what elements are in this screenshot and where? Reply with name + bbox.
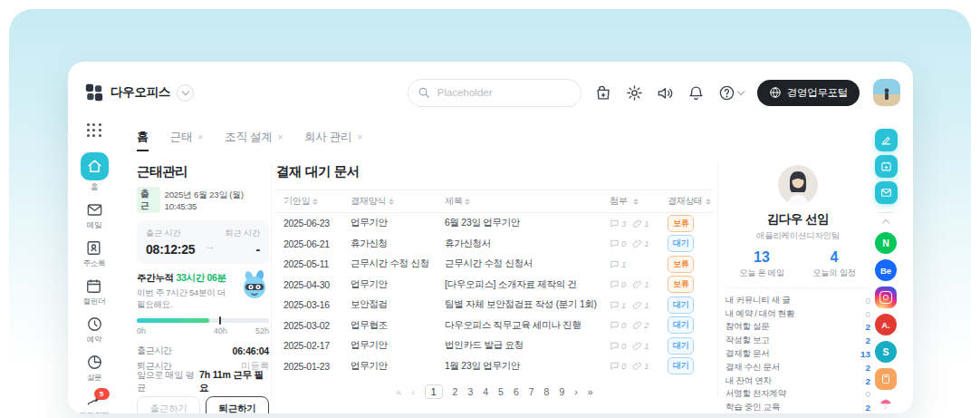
page-number[interactable]: 2 — [453, 386, 458, 397]
management-portal-button[interactable]: 경영업무포털 — [757, 80, 860, 106]
close-icon[interactable]: × — [197, 131, 203, 142]
settings-gear-icon[interactable] — [626, 84, 643, 102]
attachment-count: 1 — [632, 219, 649, 228]
sidebar-item-booking[interactable]: 예약 — [86, 316, 103, 345]
tab-attendance[interactable]: 근태× — [170, 130, 204, 145]
close-icon[interactable]: × — [277, 131, 283, 142]
app-a-icon[interactable]: A. — [875, 314, 897, 335]
col-form[interactable]: 결재양식 — [351, 195, 445, 208]
list-item[interactable]: 작성할 보고2 — [725, 334, 870, 347]
page-number[interactable]: 7 — [529, 386, 534, 397]
profile-name: 김다우 선임 — [725, 211, 870, 228]
list-item[interactable]: 서명할 전자계약0 — [725, 388, 870, 402]
announcement-speaker-icon[interactable] — [657, 84, 674, 102]
help-icon — [718, 84, 735, 102]
sort-icon — [312, 199, 318, 205]
close-icon[interactable]: × — [357, 131, 362, 142]
attendance-row: 출근시간06:46:04 — [137, 343, 269, 358]
mail-add-icon — [880, 187, 892, 199]
status-badge: 대기 — [668, 296, 694, 314]
notifications-bell-icon[interactable] — [687, 84, 705, 102]
page-last-button[interactable]: » — [588, 386, 593, 397]
status-badge: 대기 — [668, 357, 694, 374]
col-date[interactable]: 기안일 — [276, 195, 351, 208]
behance-app-icon[interactable]: Be — [875, 259, 897, 281]
col-attach[interactable]: 첨부 — [610, 195, 668, 208]
comment-count: 0 — [610, 361, 626, 371]
approval-row[interactable]: 2025-02-17 업무기안 법인카드 발급 요청 0 1 대기 — [276, 335, 713, 356]
umbrella-app-icon[interactable]: ☂ — [875, 394, 897, 413]
clock-in-button[interactable]: 출근하기 — [137, 396, 200, 413]
page-number[interactable]: 6 — [514, 386, 519, 397]
profile-team: 애플리케이션디자인팀 — [725, 230, 870, 242]
list-item[interactable]: 내 커뮤니티 새 글0 — [725, 294, 870, 307]
compose-button[interactable] — [875, 129, 898, 151]
home-icon — [87, 159, 102, 174]
page-number-current[interactable]: 1 — [425, 384, 443, 399]
approval-row[interactable]: 2025-03-02 업무협조 다우오피스 직무교육 세미나 진행 0 2 대기 — [276, 316, 713, 336]
profile-photo[interactable] — [778, 165, 818, 205]
list-item[interactable]: 결재할 문서13 — [725, 347, 870, 361]
tab-company-admin[interactable]: 회사 관리× — [304, 130, 362, 145]
comment-count: 1 — [610, 300, 626, 310]
sidebar-item-survey[interactable]: 설문 — [86, 354, 103, 384]
approval-row[interactable]: 2025-05-11 근무시간 수정 신청 근무시간 수정 신청서 1 보류 — [276, 254, 713, 275]
store-icon[interactable] — [595, 84, 612, 102]
sidebar-item-home[interactable]: 홈 — [81, 152, 109, 193]
stat-mails-today[interactable]: 13 오늘 온 메일 — [725, 249, 798, 279]
sort-icon — [389, 199, 394, 205]
list-item[interactable]: 내 잔여 연차2 — [725, 374, 870, 388]
stat-schedule-today[interactable]: 4 오늘의 일정 — [798, 249, 870, 279]
app-s-icon[interactable]: S — [875, 341, 897, 363]
page-next-button[interactable]: › — [574, 386, 578, 397]
page-number[interactable]: 4 — [483, 386, 488, 397]
chevron-up-icon[interactable] — [882, 219, 889, 227]
list-item[interactable]: 참여할 설문2 — [725, 321, 870, 335]
weekly-total: 33시간 06분 — [176, 272, 226, 283]
approval-row[interactable]: 2025-03-16 보안점검 팀별 자체 보안점검표 작성 (분기 1회) 1… — [276, 295, 713, 316]
page-number[interactable]: 8 — [544, 386, 550, 397]
list-item[interactable]: 학습 중인 교육2 — [725, 401, 870, 413]
page-prev-button[interactable]: ‹ — [411, 386, 415, 397]
approval-row[interactable]: 2025-06-21 휴가신청 휴가신청서 0 1 대기 — [276, 234, 713, 255]
sidebar-item-calendar[interactable]: 캘린더 — [83, 277, 106, 307]
page-number[interactable]: 9 — [559, 386, 564, 397]
page-number[interactable]: 5 — [498, 386, 504, 397]
status-badge: 대기 — [668, 316, 694, 334]
calendar-add-button[interactable] — [875, 155, 898, 178]
weekly-note: 이번 주 7시간 54분이 더 필요해요. — [137, 287, 232, 311]
calculator-app-icon[interactable] — [875, 368, 897, 390]
sidebar-item-eapproval[interactable]: 5 전자결재 — [80, 392, 110, 413]
arrow-right-icon: → — [205, 239, 216, 252]
calendar-icon — [85, 277, 102, 295]
search-input[interactable] — [436, 86, 539, 99]
page-first-button[interactable]: « — [396, 386, 401, 397]
sidebar-item-contacts[interactable]: 주소록 — [83, 239, 106, 269]
app-launcher-grid-icon[interactable] — [87, 123, 102, 137]
help-menu[interactable] — [718, 84, 744, 102]
approval-table: 기안일 결재양식 제목 첨부 결재상태 2025-06-23 업무기안 6월 2… — [276, 190, 713, 376]
list-item[interactable]: 내 예약 / 대여 현황0 — [725, 307, 870, 321]
col-subject[interactable]: 제목 — [445, 195, 610, 208]
approval-row[interactable]: 2025-06-23 업무기안 6월 23일 업무기안 3 1 보류 — [276, 213, 713, 234]
approval-row[interactable]: 2025-04-30 업무기안 [다우오피스] 소개자료 제작의 건 0 1 보… — [276, 275, 713, 296]
comment-count: 3 — [610, 219, 626, 228]
user-avatar[interactable] — [873, 79, 900, 106]
approval-row[interactable]: 2025-01-23 업무기안 1월 23일 업무기안 0 1 대기 — [276, 356, 713, 377]
global-search[interactable] — [408, 79, 581, 107]
workspace-switch-button[interactable] — [177, 84, 194, 102]
contacts-icon — [85, 239, 102, 257]
instagram-app-icon[interactable] — [875, 287, 897, 308]
mail-add-button[interactable] — [875, 181, 898, 204]
tab-home[interactable]: 홈 — [137, 129, 149, 145]
naver-app-icon[interactable]: N — [875, 232, 897, 254]
survey-icon — [86, 354, 103, 371]
clock-out-button[interactable]: 퇴근하기 — [206, 396, 269, 413]
page-number[interactable]: 3 — [467, 386, 473, 397]
col-status[interactable]: 결재상태 — [668, 195, 713, 208]
list-item[interactable]: 결재 수신 문서2 — [725, 361, 870, 374]
sidebar-item-mail[interactable]: 메일 — [86, 201, 103, 231]
tab-org-design[interactable]: 조직 설계× — [225, 130, 283, 145]
app-title: 다우오피스 — [110, 84, 170, 101]
search-icon — [418, 86, 430, 99]
